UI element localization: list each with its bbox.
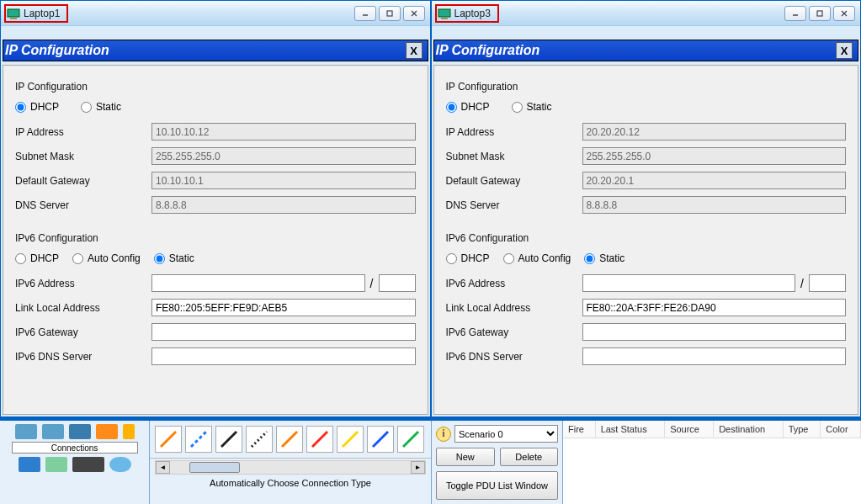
table-header[interactable]: Source	[665, 421, 714, 438]
bottom-bar: Connections ◄ ► Automatically Choose Con…	[0, 419, 861, 504]
device-router-icon[interactable]	[15, 424, 37, 439]
svg-line-20	[403, 432, 418, 447]
close-button[interactable]	[833, 6, 855, 21]
ipv4-static-radio[interactable]: Static	[81, 101, 121, 113]
subnet-label: Subnet Mask	[15, 151, 151, 162]
connection-tool-2[interactable]	[215, 426, 242, 453]
device-lightning-icon[interactable]	[123, 424, 135, 439]
windows-region: Laptop1 IP Configuration X IP Configurat…	[0, 0, 861, 419]
svg-line-17	[312, 432, 327, 447]
close-button[interactable]	[403, 6, 425, 21]
ipv6-dns-input[interactable]	[151, 347, 416, 365]
panel-body: IP Configuration DHCP Static IP Address …	[3, 65, 428, 415]
ipv4-dhcp-radio[interactable]: DHCP	[446, 101, 490, 113]
ipv6-auto-radio[interactable]: Auto Config	[503, 252, 571, 264]
ipv6-addr-input[interactable]	[582, 274, 796, 292]
gateway-label: Default Gateway	[446, 175, 582, 187]
svg-rect-6	[438, 9, 450, 17]
device-pc-icon[interactable]	[19, 457, 40, 472]
ipv6-dns-label: IPv6 DNS Server	[15, 351, 151, 363]
titlebar-laptop1[interactable]: Laptop1	[1, 1, 430, 26]
ipv6-static-radio[interactable]: Static	[154, 252, 194, 264]
ipv6-prefix-input[interactable]	[379, 274, 416, 292]
ipv6-ll-label: Link Local Address	[15, 302, 151, 314]
svg-line-16	[282, 432, 297, 447]
new-button[interactable]: New	[436, 448, 495, 466]
ip-input[interactable]	[582, 123, 847, 141]
subnet-input[interactable]	[151, 147, 416, 165]
ipv6-static-radio[interactable]: Static	[584, 252, 624, 264]
subnet-input[interactable]	[582, 147, 847, 165]
ipv6-ll-input[interactable]	[582, 299, 847, 316]
ipv6-dns-label: IPv6 DNS Server	[446, 351, 582, 363]
scenario-select[interactable]: Scenario 0	[454, 425, 558, 443]
device-hub-icon[interactable]	[69, 424, 91, 439]
window-title: Laptop3	[454, 8, 494, 19]
device-server-icon[interactable]	[45, 457, 67, 472]
ipv6-ll-label: Link Local Address	[446, 302, 582, 314]
dns-input[interactable]	[151, 196, 416, 214]
title-highlight: Laptop1	[4, 4, 68, 23]
svg-line-15	[252, 432, 267, 447]
delete-button[interactable]: Delete	[500, 448, 559, 466]
connection-tool-0[interactable]	[155, 426, 182, 453]
connection-tool-1[interactable]	[185, 426, 212, 453]
scroll-right-button[interactable]: ►	[411, 461, 425, 474]
ipv6-ll-input[interactable]	[151, 299, 416, 316]
maximize-button[interactable]	[809, 6, 831, 21]
panel-title: IP Configuration	[436, 43, 540, 58]
titlebar-laptop3[interactable]: Laptop3	[432, 1, 861, 26]
gateway-input[interactable]	[582, 172, 847, 189]
toggle-pdu-button[interactable]: Toggle PDU List Window	[436, 471, 558, 500]
ip-input[interactable]	[151, 123, 416, 141]
ipv6-auto-radio[interactable]: Auto Config	[72, 252, 141, 264]
prefix-slash: /	[795, 277, 809, 290]
ipv4-static-radio[interactable]: Static	[512, 101, 552, 113]
svg-rect-3	[387, 11, 392, 16]
scroll-thumb[interactable]	[189, 462, 240, 473]
ipv6-dhcp-radio[interactable]: DHCP	[15, 252, 59, 264]
ip-label: IP Address	[15, 126, 151, 138]
connection-tool-6[interactable]	[337, 426, 364, 453]
table-header[interactable]: Destination	[714, 421, 784, 438]
ipv4-dhcp-radio[interactable]: DHCP	[15, 101, 59, 113]
panel-header: IP Configuration X	[3, 40, 428, 61]
ipv6-prefix-input[interactable]	[809, 274, 846, 292]
connection-tool-8[interactable]	[397, 426, 424, 453]
table-header[interactable]: Last Status	[595, 421, 665, 438]
window-controls	[354, 6, 425, 21]
gateway-input[interactable]	[151, 172, 416, 189]
ipv6-heading: IPv6 Configuration	[15, 232, 416, 244]
connection-tool-4[interactable]	[276, 426, 303, 453]
device-cloud-icon[interactable]	[109, 457, 131, 472]
ipv6-gw-input[interactable]	[151, 323, 416, 341]
device-switch-icon[interactable]	[42, 424, 64, 439]
device-multiuser-icon[interactable]	[72, 457, 104, 472]
connection-tool-7[interactable]	[367, 426, 394, 453]
scroll-left-button[interactable]: ◄	[156, 461, 170, 474]
panel-close-button[interactable]: X	[406, 42, 423, 59]
dns-label: DNS Server	[446, 199, 582, 211]
svg-line-13	[191, 432, 206, 447]
connection-tool-3[interactable]	[246, 426, 273, 453]
ipv6-dns-input[interactable]	[582, 347, 847, 365]
ipv6-gw-input[interactable]	[582, 323, 847, 341]
ipv4-heading: IP Configuration	[446, 81, 847, 93]
table-header[interactable]: Color	[821, 421, 861, 438]
table-header[interactable]: Type	[783, 421, 821, 438]
ipv6-addr-input[interactable]	[151, 274, 365, 292]
minimize-button[interactable]	[784, 6, 806, 21]
simulation-panel: i Scenario 0 New Delete Toggle PDU List …	[432, 421, 563, 504]
tool-scrollbar[interactable]: ◄ ►	[155, 460, 426, 475]
maximize-button[interactable]	[379, 6, 401, 21]
minimize-button[interactable]	[354, 6, 376, 21]
prefix-slash: /	[365, 277, 379, 290]
connection-tool-5[interactable]	[306, 426, 333, 453]
ipv6-dhcp-radio[interactable]: DHCP	[446, 252, 490, 264]
connections-label: Connections	[12, 442, 138, 454]
dns-input[interactable]	[582, 196, 847, 214]
device-wireless-icon[interactable]	[96, 424, 118, 439]
svg-line-12	[161, 432, 176, 447]
table-header[interactable]: Fire	[563, 421, 595, 438]
panel-close-button[interactable]: X	[836, 42, 853, 59]
